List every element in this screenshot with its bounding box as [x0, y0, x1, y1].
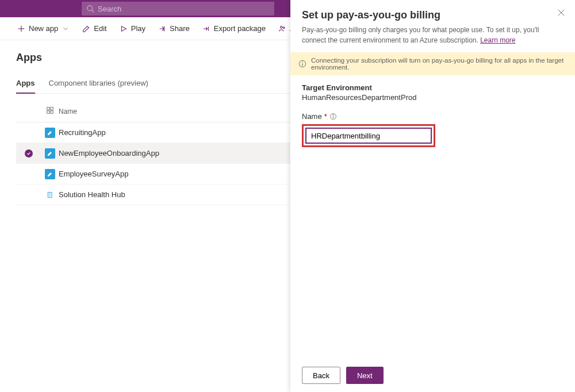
back-button[interactable]: Back [302, 367, 340, 384]
solution-health-icon [45, 190, 55, 200]
target-env-value: HumanResourcesDepartmentProd [302, 93, 564, 102]
required-asterisk: * [324, 112, 327, 121]
svg-point-21 [333, 114, 334, 115]
svg-marker-4 [121, 26, 126, 31]
info-icon[interactable] [329, 113, 337, 120]
svg-point-0 [87, 6, 93, 11]
info-icon [298, 60, 306, 68]
highlight-annotation [302, 124, 435, 147]
svg-rect-11 [47, 111, 49, 113]
svg-point-5 [281, 26, 283, 28]
play-button[interactable]: Play [114, 21, 151, 36]
chevron-down-icon [62, 25, 70, 33]
share-icon [158, 25, 166, 33]
cmd-label: Play [131, 24, 145, 33]
pencil-icon [82, 25, 90, 33]
cmd-label: Edit [94, 24, 106, 33]
close-button[interactable] [555, 7, 567, 18]
teams-icon [278, 25, 286, 33]
tab-component-libraries[interactable]: Component libraries (preview) [49, 74, 148, 93]
billing-panel: Set up pay-as-you-go billing Pay-as-you-… [290, 0, 575, 392]
export-package-button[interactable]: Export package [197, 21, 271, 36]
panel-description: Pay-as-you-go billing only charges you f… [302, 25, 564, 45]
svg-point-18 [302, 62, 302, 62]
svg-line-1 [92, 10, 94, 13]
canvas-app-icon [45, 148, 55, 159]
canvas-app-icon [45, 128, 55, 138]
name-field-label: Name * [302, 112, 564, 121]
export-icon [202, 25, 210, 33]
selected-check-icon [25, 149, 33, 157]
svg-rect-9 [47, 107, 49, 110]
search-icon [86, 5, 94, 13]
plus-icon [17, 25, 25, 33]
play-icon [120, 25, 128, 33]
close-icon [557, 9, 565, 17]
cmd-label: New app [29, 24, 58, 33]
panel-title: Set up pay-as-you-go billing [302, 9, 564, 21]
share-button[interactable]: Share [152, 21, 195, 36]
cmd-label: Export package [214, 24, 266, 33]
learn-more-link[interactable]: Learn more [480, 36, 515, 44]
tab-apps[interactable]: Apps [16, 74, 35, 93]
svg-point-6 [283, 26, 285, 28]
next-button[interactable]: Next [346, 367, 384, 384]
column-type-icon[interactable] [41, 106, 59, 116]
banner-text: Connecting your subscription will turn o… [311, 57, 567, 71]
target-env-label: Target Environment [302, 83, 564, 92]
canvas-app-icon [45, 169, 55, 179]
cmd-label: Share [170, 24, 190, 33]
edit-button[interactable]: Edit [76, 21, 112, 36]
billing-name-input[interactable] [305, 128, 432, 144]
new-app-button[interactable]: New app [12, 21, 75, 36]
info-banner: Connecting your subscription will turn o… [290, 52, 575, 75]
global-search[interactable] [82, 2, 274, 16]
search-input[interactable] [98, 5, 270, 13]
svg-rect-10 [51, 107, 53, 110]
svg-rect-12 [51, 111, 53, 113]
